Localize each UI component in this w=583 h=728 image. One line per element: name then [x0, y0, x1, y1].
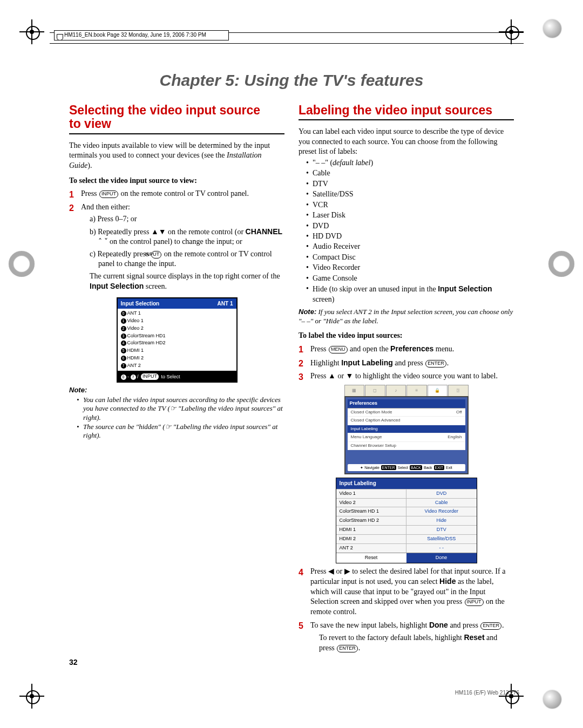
text: HDMI 2: [336, 534, 406, 543]
list-item: VCR: [306, 200, 514, 210]
osd-row: 6HDMI 2: [121, 355, 233, 362]
osd-row: 0ANT 1: [121, 310, 233, 317]
text: /: [136, 374, 140, 379]
text: And then either:: [81, 203, 130, 211]
figure-title: Input Labeling: [336, 478, 477, 488]
header-strip: HM116_EN.book Page 32 Monday, June 19, 2…: [50, 32, 524, 45]
step-3: 3 Press ▲ or ▼ to highlight the video so…: [299, 371, 514, 381]
osd-corner: ANT 1: [218, 300, 233, 307]
step-number: 2: [69, 202, 74, 214]
text: .: [358, 644, 361, 652]
substep-a: a) Press 0–7; or: [69, 214, 284, 224]
text: Select: [398, 466, 408, 470]
binder-ring-icon: [548, 251, 574, 277]
text: and press: [448, 621, 480, 629]
list-item: Audio Receiver: [306, 242, 514, 251]
text: screen): [313, 295, 334, 303]
table-row: ColorStream HD 1Video Recorder: [336, 507, 477, 516]
table-row: Video 1DVD: [336, 489, 477, 498]
right-column: Labeling the video input sources You can…: [299, 104, 514, 655]
text: Video Recorder: [406, 507, 477, 516]
text: ColorStream HD 2: [336, 516, 406, 525]
menu-tab-icon: ◻: [365, 385, 385, 396]
text: c) Repeatedly press: [90, 250, 151, 258]
step-1: 1 Press MENU and open the Preferences me…: [299, 344, 514, 354]
text: Video 2: [127, 325, 144, 331]
done-button-label: Done: [406, 553, 477, 563]
list-item: Hide (to skip over an unused input in th…: [306, 284, 514, 304]
menu-tab-icon: ≡: [406, 385, 427, 396]
text: DTV: [406, 525, 477, 534]
osd-title: Input Selection: [121, 300, 160, 307]
text: HDMI 2: [127, 355, 144, 360]
text: Input Labeling: [351, 426, 378, 432]
text: -: [126, 374, 131, 379]
menu-keycap-icon: MENU: [329, 346, 348, 353]
current-signal-paragraph: The current signal source displays in th…: [69, 271, 284, 292]
print-sphere-icon: [543, 19, 561, 38]
step-4: 4 Press ◀ or ▶ to select the desired lab…: [299, 567, 514, 617]
menu-row: Closed Caption Advanced: [348, 417, 465, 425]
text: Channel Browser Setup: [351, 443, 397, 449]
reset-button-label: Reset: [336, 553, 406, 563]
revert-paragraph: To revert to the factory default labels,…: [299, 632, 514, 653]
text: Closed Caption Mode: [351, 410, 392, 416]
substep-c: c) Repeatedly press INPUT on the remote …: [69, 249, 284, 269]
text: .: [502, 621, 504, 629]
input-keycap-icon: INPUT: [99, 190, 118, 198]
section-heading: Selecting the video input source to view: [69, 104, 284, 131]
menu-tab-icon: ▦: [344, 385, 365, 396]
text: DVD: [406, 489, 477, 498]
list-item: DVD: [306, 221, 514, 231]
keycap-icon: EXIT: [434, 465, 445, 470]
part-number: HM116 (E/F) Web 213:276: [455, 690, 519, 696]
osd-row: 5HDMI 1: [121, 347, 233, 355]
osd-row: 4ColorStream HD2: [121, 339, 233, 347]
enter-keycap-icon: ENTER: [337, 645, 358, 652]
input-keycap-icon: INPUT: [140, 373, 159, 380]
list-item: Satellite/DSS: [306, 189, 514, 199]
text: Hide: [406, 516, 477, 525]
text: Navigate: [364, 466, 379, 470]
menu-row: Channel Browser Setup: [348, 442, 465, 451]
text: HDMI 1: [336, 525, 406, 534]
bold-text: Reset: [464, 633, 484, 642]
note-heading: Note:: [299, 308, 316, 316]
step-number: 2: [299, 358, 303, 369]
table-row: Video 2Cable: [336, 498, 477, 507]
osd-row: 2Video 2: [121, 325, 233, 332]
note-block: Note: If you select ANT 2 in the Input s…: [299, 308, 514, 325]
bold-text: CHANNEL: [246, 227, 282, 236]
text: Cable: [406, 498, 477, 507]
text: Press: [81, 189, 99, 198]
text: If you select ANT 2 in the Input selecti…: [299, 308, 513, 324]
text: ColorStream HD2: [127, 340, 166, 345]
text: on the remote control or TV control pane…: [119, 189, 249, 198]
text: Hide (to skip over an unused input in th…: [313, 285, 438, 293]
text: ColorStream HD 1: [336, 507, 406, 516]
procedure-subhead: To select the video input source to view…: [69, 176, 284, 186]
text: menu.: [433, 345, 454, 353]
text: To revert to the factory default labels,…: [319, 634, 464, 642]
note-item: You can label the video input sources ac…: [77, 396, 284, 422]
bold-text: Hide: [439, 577, 456, 586]
list-item: Compact Disc: [306, 253, 514, 262]
num-icon: 7: [131, 375, 136, 380]
text: To save the new input labels, highlight: [310, 621, 429, 629]
text: ANT 2: [127, 363, 141, 368]
note-item: The source can be "hidden" (☞ "Labeling …: [77, 423, 284, 440]
osd-footer: 0 - 7 / INPUT to Select: [118, 371, 236, 382]
enter-keycap-icon: ENTER: [425, 360, 446, 368]
text: Exit: [446, 466, 452, 470]
crop-mark-icon: [499, 684, 524, 709]
label-list: "– –" (default label) Cable DTV Satellit…: [306, 158, 514, 305]
text: Video 1: [127, 318, 144, 323]
bold-text: Done: [429, 621, 448, 629]
osd-row: 7ANT 2: [121, 362, 233, 370]
enter-keycap-icon: ENTER: [480, 622, 501, 630]
text: b) Repeatedly press ▲▼ on the remote con…: [90, 228, 246, 236]
table-row: HDMI 1DTV: [336, 525, 477, 534]
table-row: ANT 2- -: [336, 543, 477, 553]
text: Press ▲ or ▼ to highlight the video sour…: [310, 372, 498, 380]
input-keycap-icon: INPUT: [465, 598, 484, 606]
